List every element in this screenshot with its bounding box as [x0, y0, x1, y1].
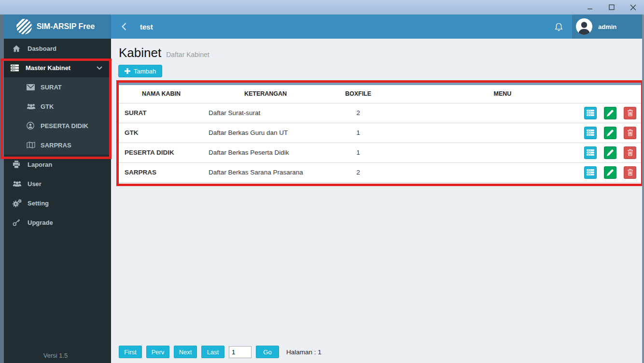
sidebar-item-label: SARPRAS [41, 142, 71, 149]
delete-button[interactable] [624, 146, 636, 159]
sidebar-item-label: Upgrade [28, 219, 53, 226]
top-navbar: test admin [111, 15, 644, 39]
sidebar-item-user[interactable]: User [0, 174, 111, 193]
prev-page-button[interactable]: Perv [146, 346, 169, 358]
avatar [576, 18, 592, 35]
app-version: Versi 1.5 [0, 352, 111, 359]
map-icon [27, 142, 36, 148]
sidebar-item-upgrade[interactable]: Upgrade [0, 213, 111, 232]
users-icon [27, 103, 36, 110]
chevron-down-icon [97, 66, 102, 70]
chevron-left-icon[interactable] [122, 23, 126, 30]
add-button[interactable]: Tambah [118, 65, 162, 77]
cell-boxfile: 1 [327, 123, 389, 143]
table-row: SURAT Daftar Surat-surat 2 [119, 103, 641, 123]
add-button-label: Tambah [134, 68, 156, 75]
sidebar-item-dasboard[interactable]: Dasboard [0, 39, 111, 58]
breadcrumb: test [140, 23, 153, 31]
detail-button[interactable] [584, 127, 597, 139]
sidebar-item-label: GTK [41, 103, 54, 110]
minimize-icon[interactable] [579, 0, 601, 14]
cell-nama: PESERTA DIDIK [119, 143, 204, 162]
sidebar-item-label: User [28, 180, 42, 188]
window-frame-left [0, 15, 4, 363]
table-row: SARPRAS Daftar Berkas Sarana Prasarana 2 [119, 162, 641, 182]
table-row: GTK Daftar Berkas Guru dan UT 1 [119, 123, 641, 143]
sidebar-item-label: Master Kabinet [26, 64, 70, 72]
cell-nama: SURAT [119, 103, 204, 123]
page-number-input[interactable] [229, 346, 252, 358]
striped-circle-logo [16, 19, 32, 34]
gears-icon [13, 199, 22, 207]
pagination: First Perv Next Last Go Halaman : 1 [119, 346, 322, 358]
cell-nama: SARPRAS [119, 162, 204, 182]
server-icon [11, 64, 20, 72]
printer-icon [13, 160, 22, 168]
cell-keterangan: Daftar Berkas Peserta Didik [204, 143, 327, 162]
sidebar: Dasboard Master Kabinet SURAT [0, 39, 111, 363]
bell-icon[interactable] [545, 15, 572, 39]
edit-button[interactable] [604, 107, 616, 119]
detail-button[interactable] [584, 166, 597, 179]
go-button[interactable]: Go [256, 346, 279, 358]
page-title: Kabinet [119, 45, 161, 60]
key-icon [13, 218, 22, 226]
sidebar-item-label: SURAT [41, 84, 62, 91]
annotation-box-table: NAMA KABIN KETERANGAN BOXFILE MENU SURAT… [116, 80, 644, 186]
sidebar-item-setting[interactable]: Setting [0, 193, 111, 213]
sidebar-item-surat[interactable]: SURAT [0, 77, 111, 97]
sidebar-item-label: Dasboard [28, 45, 56, 52]
window-titlebar [0, 0, 644, 15]
sidebar-item-sarpras[interactable]: SARPRAS [0, 135, 111, 155]
sidebar-item-label: Laporan [28, 161, 52, 168]
col-header-boxfile: BOXFILE [327, 85, 389, 103]
close-icon[interactable] [622, 0, 644, 14]
brand-name: SIM-ARSIP Free [37, 22, 95, 31]
plus-icon [125, 68, 130, 74]
cell-boxfile: 2 [327, 162, 389, 182]
sidebar-item-master-kabinet[interactable]: Master Kabinet [0, 58, 111, 77]
kabinet-table: NAMA KABIN KETERANGAN BOXFILE MENU SURAT… [119, 85, 641, 183]
user-menu[interactable]: admin [572, 15, 644, 39]
col-header-menu: MENU [389, 85, 641, 103]
edit-button[interactable] [604, 127, 616, 139]
sidebar-item-gtk[interactable]: GTK [0, 97, 111, 116]
username-label: admin [598, 23, 616, 30]
envelope-icon [27, 84, 36, 90]
users-icon [13, 180, 22, 187]
delete-button[interactable] [624, 127, 636, 139]
edit-button[interactable] [604, 146, 616, 159]
home-icon [13, 45, 22, 52]
page-status-label: Halaman : 1 [286, 348, 322, 356]
maximize-icon[interactable] [601, 0, 622, 14]
sidebar-item-label: PESERTA DIDIK [41, 122, 88, 130]
sidebar-item-peserta-didik[interactable]: PESERTA DIDIK [0, 116, 111, 135]
cell-boxfile: 1 [327, 143, 389, 162]
cell-keterangan: Daftar Berkas Sarana Prasarana [204, 162, 327, 182]
first-page-button[interactable]: First [119, 346, 142, 358]
table-row: PESERTA DIDIK Daftar Berkas Peserta Didi… [119, 143, 641, 162]
master-kabinet-submenu: SURAT GTK PESERTA DIDIK SARPRAS [0, 77, 111, 155]
detail-button[interactable] [584, 146, 597, 159]
window-frame-right [642, 15, 644, 363]
person-circle-icon [27, 122, 36, 130]
cell-boxfile: 2 [327, 103, 389, 123]
detail-button[interactable] [584, 107, 597, 119]
main-content: Kabinet Daftar Kabinet Tambah NAMA KABIN… [111, 39, 644, 363]
sidebar-item-label: Setting [28, 200, 49, 207]
cell-nama: GTK [119, 123, 204, 143]
col-header-keterangan: KETERANGAN [204, 85, 327, 103]
edit-button[interactable] [604, 166, 616, 179]
brand-area[interactable]: SIM-ARSIP Free [0, 15, 111, 39]
page-subtitle: Daftar Kabinet [166, 51, 210, 58]
next-page-button[interactable]: Next [174, 346, 197, 358]
sidebar-item-laporan[interactable]: Laporan [0, 155, 111, 174]
delete-button[interactable] [624, 107, 636, 119]
cell-keterangan: Daftar Berkas Guru dan UT [204, 123, 327, 143]
table-header-row: NAMA KABIN KETERANGAN BOXFILE MENU [119, 85, 641, 103]
delete-button[interactable] [624, 166, 636, 179]
col-header-nama: NAMA KABIN [119, 85, 204, 103]
last-page-button[interactable]: Last [201, 346, 224, 358]
cell-keterangan: Daftar Surat-surat [204, 103, 327, 123]
